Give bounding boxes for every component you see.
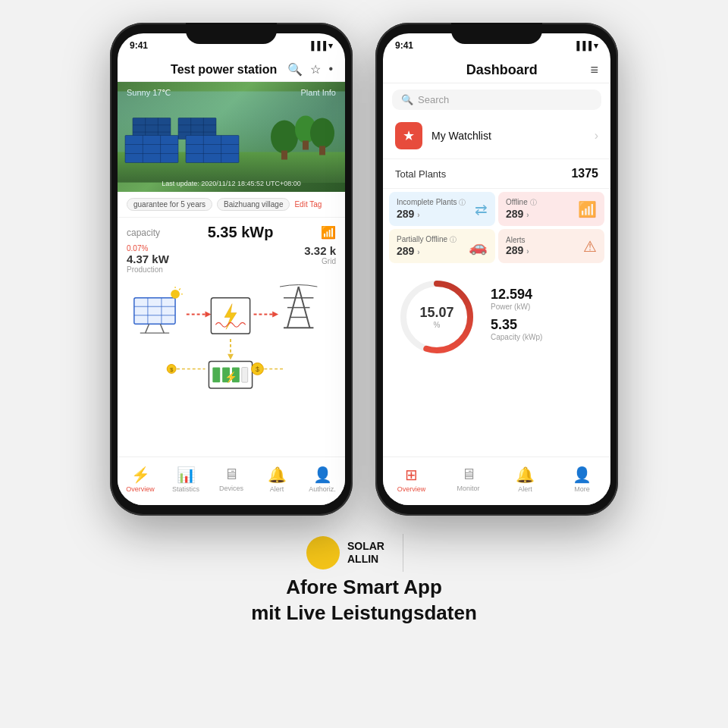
statistics-label: Statistics <box>172 485 199 493</box>
branding-footer: SOLAR ALLin Afore Smart App mit Live Lei… <box>251 534 477 626</box>
authorize-label: Authoriz. <box>309 485 336 493</box>
svg-point-33 <box>171 290 180 299</box>
svg-rect-12 <box>125 136 178 163</box>
phone2-time: 9:41 <box>395 40 413 51</box>
gauge-stats: 12.594 Power (kW) 5.35 Capacity (kWp) <box>491 287 598 347</box>
wifi-icon: 📶 <box>321 225 336 240</box>
alert2-icon: 🔔 <box>516 466 535 484</box>
incomplete-label: Incomplete Plants ⓘ <box>397 198 466 208</box>
incomplete-value: 289 › <box>397 208 466 220</box>
nav-statistics[interactable]: 📊 Statistics <box>163 466 209 493</box>
incomplete-icon: ⇄ <box>475 200 488 218</box>
brand-circle-yellow <box>306 536 340 570</box>
alerts-card[interactable]: Alerts 289 › ⚠ <box>498 229 604 263</box>
wifi-status-icon: ▾ <box>328 41 333 51</box>
nav2-monitor[interactable]: 🖥 Monitor <box>440 466 497 492</box>
gauge-wrapper: 15.07 % <box>395 275 479 359</box>
offline-icon: 📶 <box>578 200 597 218</box>
nav2-alert[interactable]: 🔔 Alert <box>497 466 554 493</box>
alert-icon: 🔔 <box>268 466 287 484</box>
phone1-bottom-nav: ⚡ Overview 📊 Statistics 🖥 Devices 🔔 Aler… <box>118 457 345 505</box>
partial-help: ⓘ <box>450 236 457 243</box>
last-update: Last update: 2020/11/12 18:45:52 UTC+08:… <box>118 180 345 187</box>
svg-point-22 <box>271 121 298 154</box>
authorize-icon: 👤 <box>313 466 332 484</box>
brand-logo: SOLAR ALLin <box>306 536 384 570</box>
offline-value: 289 › <box>506 208 537 220</box>
svg-point-26 <box>310 118 334 149</box>
edit-tag-btn[interactable]: Edit Tag <box>294 200 322 209</box>
capacity-value: 5.35 kWp <box>208 224 274 241</box>
search-icon[interactable]: 🔍 <box>287 62 303 77</box>
brand-divider <box>403 534 403 572</box>
nav-authorize[interactable]: 👤 Authoriz. <box>300 466 345 493</box>
production-val: 4.37 kW <box>127 253 169 265</box>
tagline: Afore Smart App mit Live Leistungsdaten <box>251 575 477 626</box>
branding-row: SOLAR ALLin <box>306 534 422 572</box>
wifi-status-icon2: ▾ <box>594 41 598 51</box>
flow-diagram-svg: ⚡ $ $ <box>127 281 336 397</box>
watchlist-row[interactable]: ★ My Watchlist › <box>383 116 610 155</box>
svg-marker-53 <box>228 354 234 360</box>
overview-label: Overview <box>126 485 155 493</box>
phone2-title: Dashboard <box>413 62 590 78</box>
nav2-overview[interactable]: ⊞ Overview <box>383 466 440 493</box>
nav-overview[interactable]: ⚡ Overview <box>118 466 163 493</box>
alerts-value: 289 › <box>506 244 529 256</box>
total-label: Total Plants <box>395 168 446 180</box>
tags-row: guarantee for 5 years Baizhuang village … <box>118 192 345 218</box>
overview2-icon: ⊞ <box>405 466 418 484</box>
total-plants-row: Total Plants 1375 <box>383 158 610 189</box>
main-container: 9:41 ▐▐▐ ▾ Test power station 🔍 ☆ • <box>0 0 728 728</box>
star-icon[interactable]: ☆ <box>310 62 321 77</box>
svg-rect-23 <box>281 151 287 160</box>
phone1-header-icons[interactable]: 🔍 ☆ • <box>287 62 333 77</box>
svg-line-37 <box>146 324 149 333</box>
power-stat-lbl: Power (kW) <box>491 303 598 311</box>
tag-guarantee: guarantee for 5 years <box>127 198 212 211</box>
search-placeholder: Search <box>418 94 449 105</box>
partial-value: 289 › <box>397 245 457 257</box>
brand-text: SOLAR ALLin <box>347 540 384 566</box>
svg-line-36 <box>179 289 180 290</box>
phones-area: 9:41 ▐▐▐ ▾ Test power station 🔍 ☆ • <box>0 0 728 516</box>
incomplete-left: Incomplete Plants ⓘ 289 › <box>397 198 466 220</box>
svg-rect-27 <box>319 146 325 155</box>
incomplete-help: ⓘ <box>459 199 466 206</box>
phone1-screen: 9:41 ▐▐▐ ▾ Test power station 🔍 ☆ • <box>118 33 345 505</box>
power-stat-row: 12.594 Power (kW) <box>491 287 598 311</box>
phone1-title: Test power station <box>166 63 281 77</box>
more2-label: More <box>574 485 590 493</box>
capacity-label: capacity <box>127 228 160 238</box>
partial-label: Partially Offline ⓘ <box>397 235 457 245</box>
nav2-more[interactable]: 👤 More <box>554 466 610 493</box>
grid-val: 3.32 k <box>304 244 336 257</box>
more-icon[interactable]: • <box>328 62 333 77</box>
svg-text:$: $ <box>170 366 174 373</box>
gauge-section: 15.07 % 12.594 Power (kW) 5.35 Capacity … <box>383 266 610 368</box>
alert2-label: Alert <box>518 485 532 493</box>
alerts-icon: ⚠ <box>583 237 597 256</box>
svg-text:$: $ <box>256 366 259 373</box>
partial-offline-card[interactable]: Partially Offline ⓘ 289 › 🚗 <box>389 229 495 263</box>
incomplete-card[interactable]: Incomplete Plants ⓘ 289 › ⇄ <box>389 192 495 226</box>
signal-icon2: ▐▐▐ <box>574 41 592 50</box>
search-bar[interactable]: 🔍 Search <box>392 89 601 110</box>
menu-icon[interactable]: ≡ <box>590 62 598 78</box>
offline-label: Offline ⓘ <box>506 198 537 208</box>
phone1-status-icons: ▐▐▐ ▾ <box>309 41 333 51</box>
tag-village: Baizhuang village <box>217 198 290 211</box>
nav-alert[interactable]: 🔔 Alert <box>254 466 300 493</box>
phone2-header: Dashboard ≡ <box>383 58 610 83</box>
energy-flow: ⚡ $ $ <box>118 278 345 400</box>
offline-card[interactable]: Offline ⓘ 289 › 📶 <box>498 192 604 226</box>
svg-marker-45 <box>272 312 278 318</box>
grid-stat: 3.32 k Grid <box>304 244 336 274</box>
gauge-symbol: % <box>419 321 453 329</box>
phone2-status-icons: ▐▐▐ ▾ <box>574 41 598 51</box>
alerts-left: Alerts 289 › <box>506 236 529 256</box>
offline-left: Offline ⓘ 289 › <box>506 198 537 220</box>
nav-devices[interactable]: 🖥 Devices <box>209 466 254 492</box>
star-filled-icon: ★ <box>403 127 415 144</box>
production-lbl: Production <box>127 265 169 274</box>
